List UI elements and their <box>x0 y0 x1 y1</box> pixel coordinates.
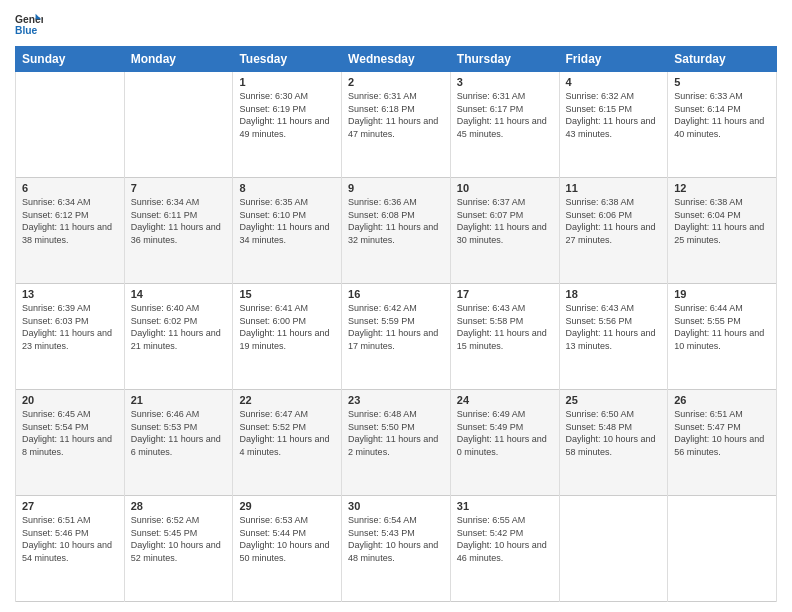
calendar-cell: 23Sunrise: 6:48 AM Sunset: 5:50 PM Dayli… <box>342 390 451 496</box>
day-info: Sunrise: 6:50 AM Sunset: 5:48 PM Dayligh… <box>566 408 662 458</box>
calendar-cell: 25Sunrise: 6:50 AM Sunset: 5:48 PM Dayli… <box>559 390 668 496</box>
header-sunday: Sunday <box>16 47 125 72</box>
day-info: Sunrise: 6:34 AM Sunset: 6:12 PM Dayligh… <box>22 196 118 246</box>
day-number: 1 <box>239 76 335 88</box>
day-info: Sunrise: 6:44 AM Sunset: 5:55 PM Dayligh… <box>674 302 770 352</box>
day-number: 6 <box>22 182 118 194</box>
calendar-cell: 5Sunrise: 6:33 AM Sunset: 6:14 PM Daylig… <box>668 72 777 178</box>
calendar-cell: 1Sunrise: 6:30 AM Sunset: 6:19 PM Daylig… <box>233 72 342 178</box>
calendar-cell: 4Sunrise: 6:32 AM Sunset: 6:15 PM Daylig… <box>559 72 668 178</box>
calendar-cell <box>559 496 668 602</box>
logo-icon: General Blue <box>15 10 43 38</box>
day-number: 20 <box>22 394 118 406</box>
day-number: 11 <box>566 182 662 194</box>
day-number: 13 <box>22 288 118 300</box>
day-info: Sunrise: 6:39 AM Sunset: 6:03 PM Dayligh… <box>22 302 118 352</box>
day-info: Sunrise: 6:43 AM Sunset: 5:56 PM Dayligh… <box>566 302 662 352</box>
day-info: Sunrise: 6:38 AM Sunset: 6:06 PM Dayligh… <box>566 196 662 246</box>
day-number: 16 <box>348 288 444 300</box>
day-number: 10 <box>457 182 553 194</box>
day-info: Sunrise: 6:41 AM Sunset: 6:00 PM Dayligh… <box>239 302 335 352</box>
day-info: Sunrise: 6:30 AM Sunset: 6:19 PM Dayligh… <box>239 90 335 140</box>
calendar-cell: 20Sunrise: 6:45 AM Sunset: 5:54 PM Dayli… <box>16 390 125 496</box>
day-info: Sunrise: 6:46 AM Sunset: 5:53 PM Dayligh… <box>131 408 227 458</box>
day-number: 28 <box>131 500 227 512</box>
calendar-cell <box>124 72 233 178</box>
calendar-cell: 21Sunrise: 6:46 AM Sunset: 5:53 PM Dayli… <box>124 390 233 496</box>
day-info: Sunrise: 6:45 AM Sunset: 5:54 PM Dayligh… <box>22 408 118 458</box>
day-number: 21 <box>131 394 227 406</box>
calendar-cell: 30Sunrise: 6:54 AM Sunset: 5:43 PM Dayli… <box>342 496 451 602</box>
header-thursday: Thursday <box>450 47 559 72</box>
day-number: 8 <box>239 182 335 194</box>
day-info: Sunrise: 6:51 AM Sunset: 5:46 PM Dayligh… <box>22 514 118 564</box>
day-info: Sunrise: 6:34 AM Sunset: 6:11 PM Dayligh… <box>131 196 227 246</box>
day-info: Sunrise: 6:31 AM Sunset: 6:17 PM Dayligh… <box>457 90 553 140</box>
day-number: 15 <box>239 288 335 300</box>
calendar-cell: 24Sunrise: 6:49 AM Sunset: 5:49 PM Dayli… <box>450 390 559 496</box>
svg-text:Blue: Blue <box>15 25 38 36</box>
calendar-cell: 19Sunrise: 6:44 AM Sunset: 5:55 PM Dayli… <box>668 284 777 390</box>
calendar-cell: 17Sunrise: 6:43 AM Sunset: 5:58 PM Dayli… <box>450 284 559 390</box>
day-number: 3 <box>457 76 553 88</box>
day-number: 14 <box>131 288 227 300</box>
day-number: 2 <box>348 76 444 88</box>
day-info: Sunrise: 6:54 AM Sunset: 5:43 PM Dayligh… <box>348 514 444 564</box>
svg-text:General: General <box>15 14 43 25</box>
day-info: Sunrise: 6:49 AM Sunset: 5:49 PM Dayligh… <box>457 408 553 458</box>
calendar-cell: 3Sunrise: 6:31 AM Sunset: 6:17 PM Daylig… <box>450 72 559 178</box>
calendar-table: SundayMondayTuesdayWednesdayThursdayFrid… <box>15 46 777 602</box>
day-info: Sunrise: 6:52 AM Sunset: 5:45 PM Dayligh… <box>131 514 227 564</box>
day-number: 18 <box>566 288 662 300</box>
day-info: Sunrise: 6:36 AM Sunset: 6:08 PM Dayligh… <box>348 196 444 246</box>
calendar-cell: 27Sunrise: 6:51 AM Sunset: 5:46 PM Dayli… <box>16 496 125 602</box>
day-number: 19 <box>674 288 770 300</box>
header-monday: Monday <box>124 47 233 72</box>
day-info: Sunrise: 6:43 AM Sunset: 5:58 PM Dayligh… <box>457 302 553 352</box>
logo: General Blue <box>15 10 43 38</box>
page-header: General Blue <box>15 10 777 38</box>
day-number: 4 <box>566 76 662 88</box>
day-info: Sunrise: 6:53 AM Sunset: 5:44 PM Dayligh… <box>239 514 335 564</box>
calendar-cell <box>668 496 777 602</box>
day-info: Sunrise: 6:38 AM Sunset: 6:04 PM Dayligh… <box>674 196 770 246</box>
day-number: 29 <box>239 500 335 512</box>
day-number: 12 <box>674 182 770 194</box>
day-info: Sunrise: 6:55 AM Sunset: 5:42 PM Dayligh… <box>457 514 553 564</box>
calendar-cell: 11Sunrise: 6:38 AM Sunset: 6:06 PM Dayli… <box>559 178 668 284</box>
calendar-cell: 6Sunrise: 6:34 AM Sunset: 6:12 PM Daylig… <box>16 178 125 284</box>
calendar-cell: 12Sunrise: 6:38 AM Sunset: 6:04 PM Dayli… <box>668 178 777 284</box>
day-number: 27 <box>22 500 118 512</box>
calendar-cell: 14Sunrise: 6:40 AM Sunset: 6:02 PM Dayli… <box>124 284 233 390</box>
day-number: 7 <box>131 182 227 194</box>
calendar-cell: 31Sunrise: 6:55 AM Sunset: 5:42 PM Dayli… <box>450 496 559 602</box>
calendar-cell: 2Sunrise: 6:31 AM Sunset: 6:18 PM Daylig… <box>342 72 451 178</box>
header-saturday: Saturday <box>668 47 777 72</box>
calendar-cell: 28Sunrise: 6:52 AM Sunset: 5:45 PM Dayli… <box>124 496 233 602</box>
day-number: 26 <box>674 394 770 406</box>
calendar-cell: 16Sunrise: 6:42 AM Sunset: 5:59 PM Dayli… <box>342 284 451 390</box>
day-number: 5 <box>674 76 770 88</box>
day-info: Sunrise: 6:42 AM Sunset: 5:59 PM Dayligh… <box>348 302 444 352</box>
calendar-cell: 7Sunrise: 6:34 AM Sunset: 6:11 PM Daylig… <box>124 178 233 284</box>
calendar-cell: 8Sunrise: 6:35 AM Sunset: 6:10 PM Daylig… <box>233 178 342 284</box>
day-info: Sunrise: 6:31 AM Sunset: 6:18 PM Dayligh… <box>348 90 444 140</box>
calendar-cell: 18Sunrise: 6:43 AM Sunset: 5:56 PM Dayli… <box>559 284 668 390</box>
header-wednesday: Wednesday <box>342 47 451 72</box>
day-info: Sunrise: 6:47 AM Sunset: 5:52 PM Dayligh… <box>239 408 335 458</box>
day-number: 22 <box>239 394 335 406</box>
day-number: 24 <box>457 394 553 406</box>
day-number: 25 <box>566 394 662 406</box>
day-info: Sunrise: 6:48 AM Sunset: 5:50 PM Dayligh… <box>348 408 444 458</box>
calendar-cell: 22Sunrise: 6:47 AM Sunset: 5:52 PM Dayli… <box>233 390 342 496</box>
header-friday: Friday <box>559 47 668 72</box>
day-info: Sunrise: 6:35 AM Sunset: 6:10 PM Dayligh… <box>239 196 335 246</box>
calendar-cell: 29Sunrise: 6:53 AM Sunset: 5:44 PM Dayli… <box>233 496 342 602</box>
calendar-cell: 13Sunrise: 6:39 AM Sunset: 6:03 PM Dayli… <box>16 284 125 390</box>
day-number: 30 <box>348 500 444 512</box>
day-info: Sunrise: 6:32 AM Sunset: 6:15 PM Dayligh… <box>566 90 662 140</box>
day-info: Sunrise: 6:51 AM Sunset: 5:47 PM Dayligh… <box>674 408 770 458</box>
calendar-cell: 10Sunrise: 6:37 AM Sunset: 6:07 PM Dayli… <box>450 178 559 284</box>
day-info: Sunrise: 6:40 AM Sunset: 6:02 PM Dayligh… <box>131 302 227 352</box>
calendar-cell: 26Sunrise: 6:51 AM Sunset: 5:47 PM Dayli… <box>668 390 777 496</box>
